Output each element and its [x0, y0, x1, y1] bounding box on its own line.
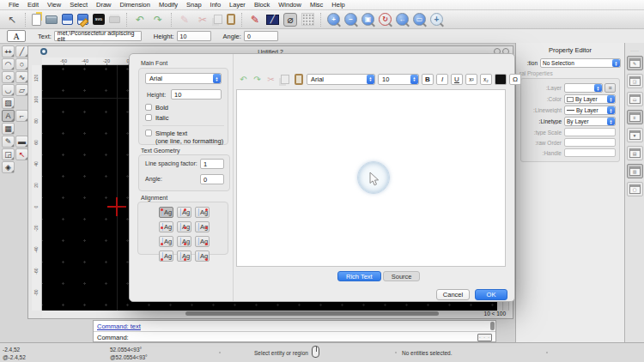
pen-window-button[interactable]: ✎ [627, 56, 643, 70]
align-mid-center-button[interactable]: Ag [177, 221, 191, 232]
align-bot-center-button[interactable]: Ag [177, 250, 191, 262]
align-base-center-button[interactable]: Ag [177, 236, 191, 247]
linetype-dropdown[interactable]: By Layer [564, 117, 616, 126]
editor-undo-icon[interactable]: ↶ [238, 74, 249, 85]
align-mid-left-button[interactable]: Ag [159, 221, 173, 232]
menu-draw[interactable]: Draw [92, 1, 116, 9]
property-list-button[interactable]: ≡ [627, 110, 643, 124]
keyboard-icon[interactable]: · · · [477, 334, 492, 341]
circle-tool[interactable]: ○ [15, 58, 28, 70]
command-input-row[interactable]: Command: · · · [94, 331, 495, 342]
menu-view[interactable]: View [43, 1, 65, 9]
line-spacing-input[interactable]: 1 [200, 159, 224, 169]
subscript-button[interactable]: x₂ [480, 74, 492, 85]
line-tool[interactable]: ╱ [15, 45, 28, 57]
linetype-scale-input[interactable] [564, 128, 616, 136]
superscript-button[interactable]: x² [465, 74, 477, 85]
menu-file[interactable]: File [4, 1, 23, 9]
stepper-icon[interactable] [607, 118, 615, 125]
align-top-left-button[interactable]: Ag [159, 207, 173, 218]
italic-checkbox-row[interactable]: Italic [145, 114, 168, 122]
circle-slash-icon[interactable]: ⌀ [283, 13, 297, 27]
menu-modify[interactable]: Modify [155, 1, 182, 9]
dialog-height-input[interactable]: 10 [171, 89, 222, 100]
text-tool-button[interactable]: A [7, 30, 26, 42]
simple-text-checkbox-row[interactable]: Simple text(one line, no formatting) [145, 130, 224, 145]
handle-input[interactable] [564, 148, 616, 157]
filter-window-button[interactable]: ▼ [627, 128, 643, 142]
menu-dimension[interactable]: Dimension [116, 1, 155, 9]
underline-button[interactable]: U [451, 74, 463, 85]
svg-export-icon[interactable]: SVG [93, 14, 105, 25]
zoom-pan-icon[interactable]: + [430, 13, 443, 26]
dialog-angle-input[interactable]: 0 [200, 174, 224, 184]
layer-window-button[interactable]: ◲ [627, 74, 643, 88]
editor-paste-icon[interactable] [293, 74, 304, 85]
menu-layer[interactable]: Layer [225, 1, 250, 9]
hatch-tool[interactable]: ▨ [2, 97, 15, 109]
italic-button[interactable]: I [436, 74, 448, 85]
align-base-right-button[interactable]: Ag [195, 236, 210, 247]
horizontal-scrollbar-thumb[interactable] [185, 311, 439, 316]
dimension-tool[interactable]: ⌐ [15, 110, 28, 122]
text-color-swatch[interactable] [495, 74, 507, 85]
menu-block[interactable]: Block [250, 1, 274, 9]
editor-size-dropdown[interactable]: 10 [378, 74, 419, 85]
polyline-tool[interactable]: ◡ [2, 84, 15, 96]
menu-select[interactable]: Select [65, 1, 92, 9]
align-bot-left-button[interactable]: Ag [159, 250, 173, 262]
align-base-left-button[interactable]: Ag [159, 236, 173, 247]
library-browser-button[interactable]: ▥ [627, 164, 643, 178]
tab-source[interactable]: Source [383, 271, 421, 281]
zoom-previous-icon[interactable]: ← [396, 13, 409, 26]
undo-icon[interactable]: ↶ [133, 13, 147, 27]
blank-window-button[interactable]: ▭ [627, 92, 643, 106]
color-dropdown[interactable]: By Layer [564, 94, 616, 104]
bold-checkbox[interactable] [145, 104, 152, 111]
new-document-icon[interactable] [32, 14, 41, 26]
horizontal-scrollbar[interactable]: 10 < 100 [42, 311, 509, 317]
italic-checkbox[interactable] [145, 114, 152, 121]
stepper-icon[interactable] [410, 75, 418, 84]
attributes-tool[interactable]: ↖ [15, 148, 28, 160]
editor-cut-icon[interactable]: ✂ [265, 74, 276, 85]
draw-pen-icon[interactable]: ✎ [178, 13, 191, 27]
ellipse-tool[interactable]: ○ [2, 71, 15, 83]
cancel-button[interactable]: Cancel [436, 289, 470, 300]
text-input[interactable]: met,\Pconsectetur adipiscing elit [54, 31, 142, 41]
menu-misc[interactable]: Misc [306, 1, 327, 9]
menu-window[interactable]: Window [274, 1, 306, 9]
font-family-dropdown[interactable]: Arial [145, 73, 222, 84]
align-mid-right-button[interactable]: Ag [195, 221, 210, 232]
stepper-icon[interactable] [594, 84, 602, 92]
menu-help[interactable]: Help [327, 1, 349, 9]
zoom-out-icon[interactable]: − [344, 13, 357, 26]
order-tool[interactable]: ▬ [15, 136, 28, 148]
explode-tool[interactable]: ◲ [2, 148, 15, 160]
line-chart-icon[interactable]: ╱ [266, 15, 279, 25]
open-folder-icon[interactable] [46, 15, 58, 24]
clipboard-window-button[interactable]: ▢ [627, 182, 643, 196]
tab-rich-text[interactable]: Rich Text [337, 271, 381, 281]
stepper-icon[interactable] [213, 74, 221, 83]
bold-button[interactable]: B [422, 74, 434, 85]
text-tool[interactable]: A [2, 110, 15, 122]
points-tool[interactable]: ++ [2, 45, 15, 57]
shapes-tool[interactable]: ▱ [15, 84, 28, 96]
zoom-redraw-icon[interactable]: ↻ [379, 13, 392, 26]
image-tool[interactable]: ▦ [2, 123, 15, 135]
stepper-icon[interactable] [367, 75, 374, 84]
editor-font-dropdown[interactable]: Arial [307, 74, 375, 85]
align-bot-right-button[interactable]: Ag [195, 250, 210, 262]
stepper-icon[interactable] [607, 106, 615, 114]
spline-tool[interactable]: ∿ [15, 71, 28, 83]
stepper-icon[interactable] [612, 59, 620, 67]
edit-pen-icon[interactable]: ✎ [248, 13, 262, 27]
draw-order-input[interactable] [564, 138, 616, 147]
angle-input[interactable]: 0 [244, 31, 278, 41]
box3d-tool[interactable]: ◈ [2, 161, 15, 173]
arc-tool[interactable]: ◠ [2, 58, 15, 70]
zoom-auto-icon[interactable]: ▣ [361, 13, 374, 26]
layer-dropdown[interactable] [564, 83, 603, 93]
editor-redo-icon[interactable]: ↷ [252, 74, 263, 85]
